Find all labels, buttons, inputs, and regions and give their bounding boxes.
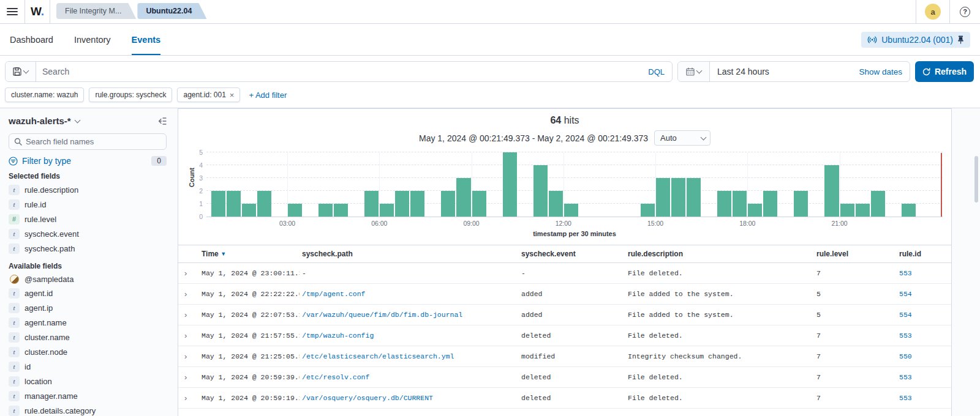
histogram-bar[interactable]	[687, 178, 701, 217]
field-item[interactable]: tagent.id	[9, 286, 167, 300]
histogram-bar[interactable]	[456, 178, 470, 217]
histogram-bar[interactable]	[410, 191, 424, 217]
field-item[interactable]: tlocation	[9, 374, 167, 388]
field-item[interactable]: #rule.level	[9, 212, 167, 226]
field-item[interactable]: @sampledata	[9, 272, 167, 286]
saved-query-button[interactable]	[6, 62, 36, 81]
path-link[interactable]: /var/osquery/osquery.db/CURRENT	[302, 394, 433, 402]
expand-row-button[interactable]: ›	[178, 263, 199, 284]
rule-id-link[interactable]: 550	[899, 352, 912, 360]
histogram-bar[interactable]	[242, 204, 256, 217]
expand-row-button[interactable]: ›	[178, 388, 199, 409]
field-item[interactable]: tsyscheck.event	[9, 226, 167, 241]
histogram-bar[interactable]	[840, 204, 854, 217]
refresh-button[interactable]: Refresh	[915, 61, 974, 82]
field-item[interactable]: tmanager.name	[9, 388, 167, 403]
scrollbar-thumb[interactable]	[974, 156, 978, 202]
filter-by-type-button[interactable]: Filter by type 0	[9, 156, 167, 166]
histogram-bar[interactable]	[441, 191, 455, 217]
collapse-sidebar-button[interactable]	[157, 117, 167, 125]
expand-row-button[interactable]: ›	[178, 325, 199, 346]
histogram-bar[interactable]	[856, 204, 870, 217]
path-link[interactable]: /etc/resolv.conf	[302, 373, 369, 381]
histogram-bar[interactable]	[364, 191, 379, 217]
field-item[interactable]: tsyscheck.path	[9, 241, 167, 256]
field-item[interactable]: tid	[9, 359, 167, 374]
histogram-bar[interactable]	[641, 204, 655, 217]
expand-row-button[interactable]: ›	[178, 284, 199, 305]
header-tab[interactable]: File Integrity M...	[56, 3, 136, 19]
histogram-bar[interactable]	[472, 191, 486, 217]
field-item[interactable]: tcluster.node	[9, 344, 167, 359]
filter-pill[interactable]: cluster.name: wazuh	[5, 87, 84, 102]
histogram-bar[interactable]	[656, 178, 670, 217]
field-item[interactable]: trule.details.category	[9, 403, 167, 416]
field-item[interactable]: trule.description	[9, 182, 167, 197]
search-input[interactable]	[36, 67, 641, 76]
rule-id-link[interactable]: 553	[899, 332, 912, 340]
expand-row-button[interactable]: ›	[178, 409, 199, 416]
column-header-time[interactable]: Time ▼	[199, 245, 300, 263]
expand-row-button[interactable]: ›	[178, 346, 199, 367]
path-link[interactable]: /etc/elasticsearch/elasticsearch.yml	[302, 352, 454, 360]
field-item[interactable]: trule.id	[9, 197, 167, 212]
histogram-bar[interactable]	[871, 191, 885, 217]
path-link[interactable]: /tmp/wazuh-config	[302, 332, 374, 340]
histogram-bar[interactable]	[395, 191, 409, 217]
header-tab[interactable]: Ubuntu22.04	[137, 3, 206, 19]
expand-row-button[interactable]: ›	[178, 367, 199, 388]
path-link[interactable]: /tmp/agent.conf	[302, 290, 366, 298]
show-dates-button[interactable]: Show dates	[851, 67, 910, 76]
histogram-bar[interactable]	[763, 191, 777, 217]
remove-filter-icon[interactable]: ×	[230, 91, 235, 99]
histogram-bar[interactable]	[288, 204, 302, 217]
histogram-bar[interactable]	[257, 191, 271, 217]
field-item[interactable]: tcluster.name	[9, 330, 167, 344]
path-link[interactable]: /var/wazuh/queue/fim/db/fim.db-journal	[302, 311, 462, 319]
help-icon[interactable]: ?	[960, 7, 970, 17]
filter-pill[interactable]: agent.id: 001 ×	[177, 87, 240, 102]
field-item[interactable]: tagent.name	[9, 315, 167, 330]
field-search-input[interactable]	[26, 137, 161, 146]
histogram-bar[interactable]	[503, 152, 517, 217]
app-logo[interactable]: W.	[24, 0, 50, 23]
menu-button[interactable]	[0, 0, 24, 23]
histogram-bar[interactable]	[227, 191, 241, 217]
add-filter-button[interactable]: + Add filter	[249, 91, 287, 100]
index-pattern-selector[interactable]: wazuh-alerts-*	[9, 116, 80, 126]
histogram-bar[interactable]	[211, 191, 225, 217]
rule-id-link[interactable]: 554	[899, 311, 912, 319]
histogram-bar[interactable]	[671, 178, 685, 217]
histogram-plot-area[interactable]: 012345	[206, 153, 943, 217]
rule-id-link[interactable]: 553	[899, 269, 912, 277]
rule-id-link[interactable]: 553	[899, 373, 912, 381]
user-avatar[interactable]: a	[925, 4, 941, 20]
histogram-bar[interactable]	[564, 204, 578, 217]
date-picker-button[interactable]	[678, 62, 710, 81]
histogram-bar[interactable]	[533, 165, 548, 217]
query-language-button[interactable]: DQL	[641, 67, 672, 76]
field-item[interactable]: tagent.ip	[9, 300, 167, 315]
rule-id-link[interactable]: 554	[899, 290, 912, 298]
histogram-bar[interactable]	[748, 204, 762, 217]
rule-id-link[interactable]: 553	[899, 394, 912, 402]
tab-dashboard[interactable]: Dashboard	[10, 24, 53, 55]
histogram-bar[interactable]	[334, 204, 348, 217]
expander-column-header	[178, 245, 199, 263]
histogram-bar[interactable]	[794, 191, 808, 217]
histogram-bar[interactable]	[717, 191, 731, 217]
histogram-bar[interactable]	[318, 204, 333, 217]
histogram-bar[interactable]	[824, 165, 839, 217]
tab-inventory[interactable]: Inventory	[74, 24, 111, 55]
histogram-bar[interactable]	[733, 191, 747, 217]
tab-events[interactable]: Events	[132, 24, 161, 55]
time-range-value[interactable]: Last 24 hours	[710, 67, 851, 76]
pin-icon[interactable]	[957, 35, 964, 44]
interval-select[interactable]: Auto	[654, 130, 710, 146]
histogram-bar[interactable]	[380, 204, 394, 217]
agent-badge[interactable]: Ubuntu22.04 (001)	[861, 32, 970, 48]
histogram-bar[interactable]	[902, 204, 916, 217]
filter-pill[interactable]: rule.groups: syscheck	[89, 87, 172, 102]
expand-row-button[interactable]: ›	[178, 305, 199, 325]
histogram-bar[interactable]	[549, 191, 563, 217]
